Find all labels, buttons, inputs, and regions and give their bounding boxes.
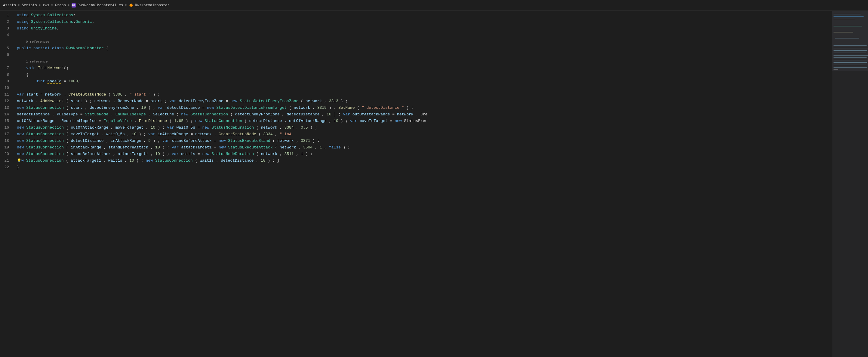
class-icon: 🔶 bbox=[129, 3, 133, 7]
svg-rect-18 bbox=[832, 11, 868, 71]
bc-rws[interactable]: rws bbox=[43, 3, 49, 7]
code-area: 1 2 3 4 5 6 7 8 9 10 11 12 13 14 15 16 1… bbox=[0, 11, 868, 357]
code-line-8: { bbox=[17, 71, 832, 78]
line-numbers: 1 2 3 4 5 6 7 8 9 10 11 12 13 14 15 16 1… bbox=[0, 11, 12, 357]
code-line-12: network . AddNewLink ( start ) ; network… bbox=[17, 98, 832, 105]
code-line-7: void InitNetwork() bbox=[17, 65, 832, 71]
code-line-21: 💡w StatusConnection ( attackTarget1 , wa… bbox=[17, 158, 832, 164]
meta-0-references: 0 references bbox=[17, 38, 832, 45]
code-line-19: new StatusConnection ( inAttackRange , s… bbox=[17, 144, 832, 151]
code-line-9: uint nodeId = 1000; bbox=[17, 78, 832, 85]
bc-classname[interactable]: RwsNormalMonster bbox=[135, 3, 169, 7]
code-line-4 bbox=[17, 32, 832, 38]
breadcrumb-bar: Assets > Scripts > rws > Graph > C# RwsN… bbox=[0, 0, 868, 11]
code-line-11: var start = network . CreateStatusNode (… bbox=[17, 91, 832, 98]
code-line-13: new StatusConnection ( start , detectEne… bbox=[17, 105, 832, 111]
code-line-18: new StatusConnection ( detectDistance , … bbox=[17, 138, 832, 144]
code-line-22: } bbox=[17, 164, 832, 171]
bc-filename[interactable]: RwsNormalMonsterAI.cs bbox=[78, 3, 123, 7]
minimap bbox=[832, 11, 868, 357]
code-line-17: new StatusConnection ( moveToTarget , wa… bbox=[17, 131, 832, 138]
code-line-5: public partial class RwsNormalMonster { bbox=[17, 45, 832, 52]
bc-graph[interactable]: Graph bbox=[55, 3, 66, 7]
meta-1-reference: 1 reference bbox=[17, 58, 832, 65]
code-line-20: new StatusConnection ( standBeforeAttack… bbox=[17, 151, 832, 158]
code-line-2: using System.Collections.Generic; bbox=[17, 19, 832, 25]
minimap-preview bbox=[832, 11, 868, 357]
bc-assets[interactable]: Assets bbox=[3, 3, 16, 7]
code-content[interactable]: using System.Collections; using System.C… bbox=[12, 11, 832, 357]
code-line-10 bbox=[17, 85, 832, 91]
code-line-1: using System.Collections; bbox=[17, 12, 832, 19]
code-line-16: new StatusConnection ( outOfAttackRange … bbox=[17, 124, 832, 131]
bc-scripts[interactable]: Scripts bbox=[22, 3, 37, 7]
code-line-15: outOfAttackRange . RequiredImpulse = Imp… bbox=[17, 118, 832, 124]
csharp-file-icon: C# bbox=[71, 3, 76, 7]
code-line-6 bbox=[17, 52, 832, 58]
code-line-14: detectDistance . PulseType = StatusNode … bbox=[17, 111, 832, 118]
code-line-3: using UnityEngine; bbox=[17, 25, 832, 32]
